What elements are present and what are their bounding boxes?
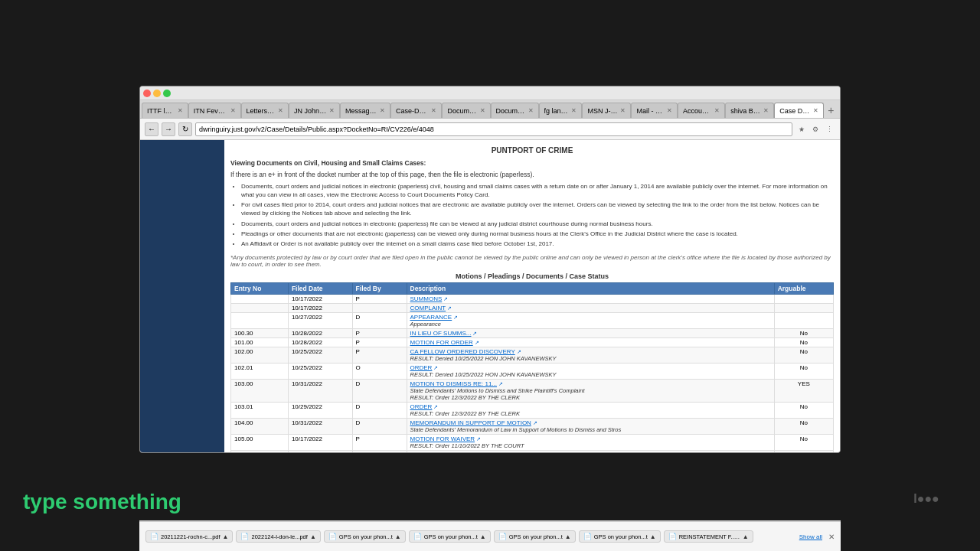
download-expand-icon[interactable]: ▲ (743, 533, 749, 540)
tab-close-icon[interactable]: ✕ (480, 107, 485, 114)
filed-date: 10/31/2022 (288, 451, 352, 452)
new-tab-button[interactable]: + (824, 103, 838, 118)
browser-tab-12[interactable]: Account...✕ (678, 103, 725, 118)
document-link[interactable]: IN LIEU OF SUMMS... (410, 330, 472, 337)
browser-tab-3[interactable]: Letters-I...✕ (241, 103, 289, 118)
close-download-bar-button[interactable]: ✕ (828, 533, 835, 541)
column-header: Filed Date (288, 283, 352, 295)
tab-close-icon[interactable]: ✕ (278, 107, 283, 114)
download-expand-icon[interactable]: ▲ (395, 533, 401, 540)
download-item[interactable]: 📄20211221-rochn-c...pdf▲ (145, 530, 233, 543)
arguable: No (774, 435, 833, 451)
arguable (774, 313, 833, 329)
download-item[interactable]: 📄REINSTATEMENT F...pdf▲ (664, 530, 753, 543)
download-item[interactable]: 📄2022124-l-don-le...pdf▲ (236, 530, 320, 543)
document-link[interactable]: APPEARANCE (410, 314, 452, 321)
bookmark-icon[interactable]: ★ (795, 123, 808, 135)
result-text: Appearance (410, 321, 771, 328)
arguable: No (774, 347, 833, 364)
forward-button[interactable]: → (162, 122, 175, 136)
document-link[interactable]: COMPLAINT (410, 305, 446, 311)
document-link[interactable]: MOTION FOR WAIVER (410, 435, 475, 442)
download-name: REINSTATEMENT F...pdf (679, 533, 740, 540)
minimize-window-btn[interactable] (153, 90, 161, 97)
browser-tab-13[interactable]: shiva Bo...✕ (725, 103, 774, 118)
pdf-icon: 📄 (498, 533, 507, 540)
download-expand-icon[interactable]: ▲ (480, 533, 486, 540)
tab-close-icon[interactable]: ✕ (813, 107, 818, 114)
arguable: No (774, 419, 833, 435)
pdf-icon: 📄 (668, 533, 677, 540)
document-link[interactable]: ORDER (410, 403, 433, 410)
tab-label: Case-Det... (396, 107, 429, 115)
download-bar: 📄20211221-rochn-c...pdf▲📄2022124-l-don-l… (139, 520, 841, 551)
document-link[interactable]: SUMMONS (410, 295, 443, 302)
browser-tab-1[interactable]: ITTF let...✕ (142, 103, 188, 118)
pdf-icon: 📄 (328, 533, 337, 540)
result-text: RESULT: Order 12/3/2022 BY THE CLERK (410, 410, 771, 417)
browser-tab-10[interactable]: MSN J-T...✕ (582, 103, 631, 118)
filed-date: 10/17/2022 (288, 435, 352, 451)
browser-tab-5[interactable]: Message...✕ (340, 103, 390, 118)
tab-close-icon[interactable]: ✕ (528, 107, 534, 114)
document-link[interactable]: ORDER (410, 364, 433, 371)
tab-close-icon[interactable]: ✕ (667, 107, 672, 114)
back-button[interactable]: ← (145, 122, 158, 136)
tab-close-icon[interactable]: ✕ (763, 107, 769, 114)
browser-tab-6[interactable]: Case-Det...✕ (390, 103, 442, 118)
download-item[interactable]: 📄GPS on your phon...t▲ (579, 530, 661, 543)
download-expand-icon[interactable]: ▲ (310, 533, 316, 540)
download-expand-icon[interactable]: ▲ (223, 533, 229, 540)
browser-tab-2[interactable]: ITN Fever...✕ (188, 103, 241, 118)
table-title: Motions / Pleadings / Documents / Case S… (230, 272, 834, 280)
show-all-button[interactable]: Show all (799, 533, 822, 540)
browser-tab-11[interactable]: Mail - N...✕ (631, 103, 678, 118)
download-item[interactable]: 📄GPS on your phon...t▲ (324, 530, 406, 543)
download-item[interactable]: 📄GPS on your phon...t▲ (409, 530, 491, 543)
arguable (774, 304, 833, 313)
pdf-icon: 📄 (583, 533, 592, 540)
menu-icon[interactable]: ⋮ (823, 123, 835, 135)
maximize-window-btn[interactable] (163, 90, 171, 97)
document-link[interactable]: MEMORANDUM IN SUPPORT OF MOTION (410, 419, 531, 426)
address-input[interactable] (195, 122, 792, 136)
browser-tab-4[interactable]: JN Johns...✕ (289, 103, 340, 118)
external-link-icon: ↗ (432, 365, 438, 370)
document-link[interactable]: ORDER (410, 452, 433, 452)
download-expand-icon[interactable]: ▲ (565, 533, 571, 540)
description: ORDER ↗RESULT: Order 12/3/2022 BY THE CL… (407, 403, 774, 419)
browser-tab-8[interactable]: Docume...✕ (491, 103, 539, 118)
tab-close-icon[interactable]: ✕ (329, 107, 335, 114)
tab-close-icon[interactable]: ✕ (620, 107, 626, 114)
info-section: Viewing Documents on Civil, Housing and … (230, 159, 834, 248)
tab-close-icon[interactable]: ✕ (178, 107, 183, 114)
browser-tab-7[interactable]: Docume...✕ (442, 103, 490, 118)
entry-no (231, 304, 289, 313)
download-name: GPS on your phon...t (594, 533, 648, 540)
tab-label: MSN J-T... (587, 107, 618, 115)
tab-close-icon[interactable]: ✕ (714, 107, 720, 114)
document-link[interactable]: CA FELLOW ORDERED DISCOVERY (410, 348, 515, 355)
tab-close-icon[interactable]: ✕ (230, 107, 236, 114)
tab-close-icon[interactable]: ✕ (380, 107, 385, 114)
tab-label: ITN Fever... (194, 107, 228, 115)
document-link[interactable]: MOTION FOR ORDER (410, 339, 473, 346)
refresh-button[interactable]: ↻ (178, 122, 192, 136)
filed-date: 10/28/2022 (288, 338, 352, 347)
external-link-icon: ↗ (515, 349, 521, 354)
browser-tab-14[interactable]: Case Do...✕ (774, 103, 824, 118)
description: ORDER ↗RESULT: Denied 10/25/2022 HON JOH… (407, 364, 774, 380)
entry-no: 105.00 (231, 435, 289, 451)
external-link-icon: ↗ (531, 420, 537, 425)
arguable: No (774, 338, 833, 347)
table-row: 10/17/2022COMPLAINT ↗ (231, 304, 834, 313)
download-item[interactable]: 📄GPS on your phon...t▲ (494, 530, 576, 543)
external-link-icon: ↗ (432, 404, 438, 409)
settings-icon[interactable]: ⚙ (809, 123, 822, 135)
tab-close-icon[interactable]: ✕ (571, 107, 577, 114)
document-link[interactable]: MOTION TO DISMISS RE: 11... (410, 380, 498, 387)
close-window-btn[interactable] (143, 90, 151, 97)
tab-close-icon[interactable]: ✕ (431, 107, 436, 114)
download-expand-icon[interactable]: ▲ (650, 533, 656, 540)
browser-tab-9[interactable]: fg land...✕ (539, 103, 583, 118)
